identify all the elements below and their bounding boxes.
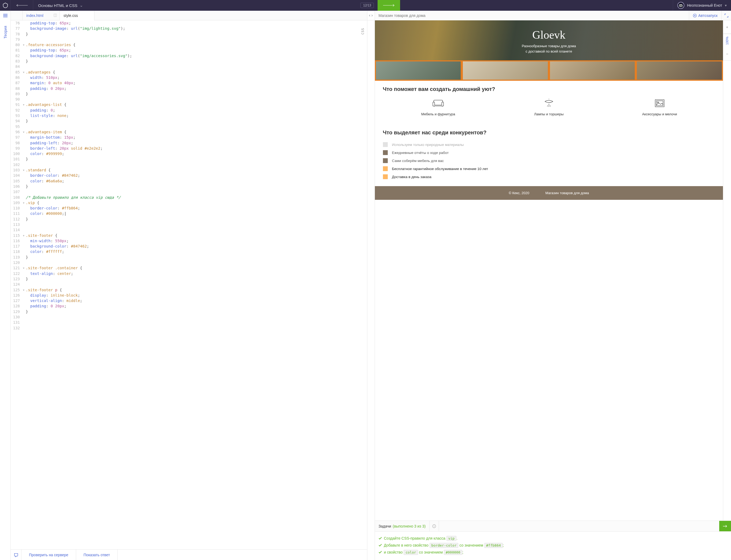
check-server-button[interactable]: Проверить на сервере [21,550,76,560]
code-line[interactable]: 110 border-color: #ffb864; [11,205,367,211]
code-line[interactable]: 103▾.standard { [11,167,367,173]
advantage-item: Сами соберём мебель для вас [383,157,715,165]
code-line[interactable]: 125▾.site-footer p { [11,287,367,293]
code-line[interactable]: 105 color: #6a6a6a; [11,178,367,184]
hero-subtitle-2: с доставкой по всей планете [380,49,718,54]
code-line[interactable]: 97 margin-bottom: 15px; [11,135,367,140]
next-button[interactable] [378,0,400,11]
menu-icon[interactable] [0,11,11,20]
code-line[interactable]: 95 [11,124,367,129]
code-line[interactable]: 98 padding-left: 20px; [11,140,367,146]
code-line[interactable]: 130 [11,314,367,320]
code-line[interactable]: 114 [11,227,367,233]
code-editor[interactable]: CSS 76 padding-top: 65px;77 background-i… [11,20,367,549]
chevron-down-icon: ⌄ [80,3,83,8]
code-line[interactable]: 129 } [11,309,367,314]
code-line[interactable]: 82 background-image: url("img/accessorie… [11,53,367,58]
code-line[interactable]: 113 [11,222,367,227]
code-line[interactable]: 132 [11,325,367,331]
footer-tagline: Магазин товаров для дома [545,191,589,195]
code-line[interactable]: 77 background-image: url("img/lighting.s… [11,26,367,31]
code-line[interactable]: 83 } [11,58,367,64]
code-line[interactable]: 106 } [11,184,367,189]
code-line[interactable]: 127 vertical-align: middle; [11,298,367,303]
code-line[interactable]: 90 [11,97,367,102]
code-line[interactable]: 92 padding: 0; [11,108,367,113]
show-answer-button[interactable]: Показать ответ [76,550,118,560]
advantage-item: Доставка в день заказа [383,173,715,181]
code-line[interactable]: 93 list-style: none; [11,113,367,118]
code-line[interactable]: 117 background-color: #847462; [11,244,367,249]
advantage-item: Бесплатное гарантийное обслуживание в те… [383,165,715,173]
code-line[interactable]: 85▾.advantages { [11,69,367,75]
resize-handle-icon[interactable] [367,11,375,20]
code-line[interactable]: 96▾.advantages-item { [11,129,367,135]
lamp-icon [493,97,604,109]
code-line[interactable]: 107 [11,189,367,194]
course-title-dropdown[interactable]: Основы HTML и CSS ⌄ [33,0,88,11]
code-line[interactable]: 111 color: #000000;| [11,211,367,216]
code-line[interactable]: 112 } [11,216,367,222]
code-line[interactable]: 101 } [11,156,367,162]
feature-label: Аксессуары и мелочи [604,112,715,116]
expand-preview-button[interactable] [721,11,731,20]
code-line[interactable]: 102 [11,162,367,167]
logo-icon[interactable] [0,0,11,11]
task-item: Добавьте в него свойство border-color со… [379,542,728,549]
feature-label: Мебель и фурнитура [383,112,494,116]
split-view-icon[interactable] [54,13,57,18]
user-menu[interactable]: 🦝 Неопознанный Енот ▾ [673,0,731,11]
code-line[interactable]: 118 color: #ffffff; [11,249,367,254]
features-section: Что поможет вам создать домашний уют? Ме… [375,81,723,124]
code-line[interactable]: 126 display: inline-block; [11,293,367,298]
theory-label: Теория [3,26,8,39]
code-line[interactable]: 128 padding: 0 20px; [11,303,367,309]
footer-copyright: © Кекс, 2020 [509,191,529,195]
hero-title: Gloevk [380,28,718,41]
code-line[interactable]: 100 color: #999999; [11,151,367,156]
panel-divider[interactable] [367,11,375,560]
avatar: 🦝 [677,2,684,9]
preview-iframe[interactable]: Gloevk Разнообразные товары для дома с д… [375,20,723,521]
code-line[interactable]: 86 width: 510px; [11,75,367,80]
tab-index-html[interactable]: index.html [23,11,60,20]
code-line[interactable]: 94 } [11,118,367,124]
tasks-count: (выполнено 3 из 3) [393,524,426,528]
code-line[interactable]: 120 [11,260,367,265]
tab-style-css[interactable]: style.css [60,11,94,20]
code-line[interactable]: 115▾.site-footer { [11,233,367,238]
code-line[interactable]: 108 /* Добавьте правило для класса vip с… [11,195,367,200]
code-line[interactable]: 84 [11,64,367,69]
code-line[interactable]: 89 } [11,91,367,97]
code-line[interactable]: 123 } [11,276,367,282]
code-line[interactable]: 88 padding: 0 20px; [11,86,367,91]
advantage-item: Используем только природные материалы [383,141,715,149]
autorun-button[interactable]: Автозапуск [689,11,721,20]
theory-sidebar[interactable]: Теория [0,11,11,560]
code-line[interactable]: 76 padding-top: 65px; [11,20,367,26]
code-line[interactable]: 131 [11,320,367,325]
hero-section: Gloevk Разнообразные товары для дома с д… [375,20,723,60]
code-line[interactable]: 91▾.advantages-list { [11,102,367,107]
tasks-next-button[interactable] [719,521,731,531]
code-line[interactable]: 122 text-align: center; [11,271,367,276]
prev-button[interactable] [11,0,33,11]
code-line[interactable]: 79 [11,37,367,42]
preview-title: Магазин товаров для дома [375,11,689,20]
code-line[interactable]: 80▾.feature-accessories { [11,42,367,47]
code-line[interactable]: 119 } [11,255,367,260]
code-line[interactable]: 124 [11,282,367,287]
code-line[interactable]: 116 min-width: 550px; [11,238,367,244]
feature-label: Лампы и торшеры [493,112,604,116]
code-line[interactable]: 121▾.site-footer .container { [11,265,367,271]
code-line[interactable]: 87 margin: 0 auto 40px; [11,80,367,86]
zoom-in-button[interactable]: + [723,20,731,34]
code-line[interactable]: 104 border-color: #847462; [11,173,367,178]
zoom-out-button[interactable]: − [723,47,731,61]
code-line[interactable]: 81 padding-top: 65px; [11,47,367,53]
tasks-info-button[interactable] [429,521,439,531]
keks-hint-icon[interactable] [11,550,21,560]
code-line[interactable]: 78 } [11,31,367,37]
code-line[interactable]: 109▾.vip { [11,200,367,205]
code-line[interactable]: 99 border-left: 20px solid #e2e2e2; [11,146,367,151]
